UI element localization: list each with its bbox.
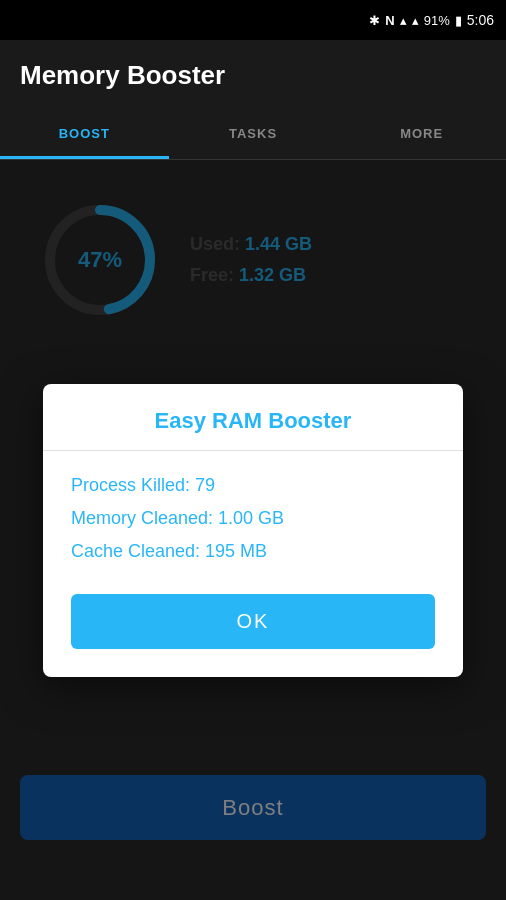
signal-icon: ▴: [412, 13, 419, 28]
dialog-ok-button[interactable]: OK: [71, 594, 435, 649]
tab-more[interactable]: MORE: [337, 110, 506, 159]
bluetooth-icon: ✱: [369, 13, 380, 28]
tab-tasks[interactable]: TASKS: [169, 110, 338, 159]
app-title: Memory Booster: [20, 60, 225, 91]
main-content: 47% Used: 1.44 GB Free: 1.32 GB Boost Ea…: [0, 160, 506, 900]
tab-bar: BOOST TASKS MORE: [0, 110, 506, 160]
dialog-stat-cache: Cache Cleaned: 195 MB: [71, 541, 435, 562]
dialog: Easy RAM Booster Process Killed: 79 Memo…: [43, 384, 463, 677]
dialog-body: Process Killed: 79 Memory Cleaned: 1.00 …: [43, 451, 463, 586]
status-icons: ✱ N ▴ ▴ 91% ▮ 5:06: [369, 12, 494, 28]
network-n-icon: N: [385, 13, 394, 28]
app-header: Memory Booster: [0, 40, 506, 110]
dialog-title: Easy RAM Booster: [43, 384, 463, 450]
dialog-stat-process: Process Killed: 79: [71, 475, 435, 496]
dialog-overlay: Easy RAM Booster Process Killed: 79 Memo…: [0, 160, 506, 900]
dialog-stat-memory: Memory Cleaned: 1.00 GB: [71, 508, 435, 529]
battery-label: 91%: [424, 13, 450, 28]
status-time: 5:06: [467, 12, 494, 28]
status-bar: ✱ N ▴ ▴ 91% ▮ 5:06: [0, 0, 506, 40]
tab-boost[interactable]: BOOST: [0, 110, 169, 159]
battery-icon: ▮: [455, 13, 462, 28]
wifi-icon: ▴: [400, 13, 407, 28]
